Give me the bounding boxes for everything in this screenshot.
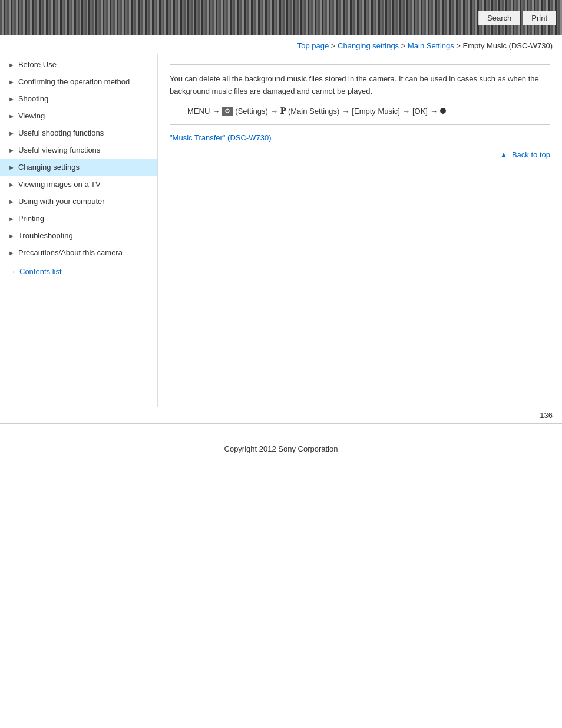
sidebar-item-viewing[interactable]: ► Viewing <box>0 107 157 124</box>
breadcrumb: Top page > Changing settings > Main Sett… <box>0 35 562 54</box>
main-layout: ► Before Use ► Confirming the operation … <box>0 54 562 407</box>
content-area: You can delete all the background music … <box>158 54 562 407</box>
back-to-top: ▲ Back to top <box>170 150 550 159</box>
sidebar-arrow-icon: ► <box>8 249 15 256</box>
sidebar-item-changing-settings[interactable]: ► Changing settings <box>0 159 157 176</box>
sidebar-item-printing[interactable]: ► Printing <box>0 210 157 227</box>
sidebar-item-using-computer[interactable]: ► Using with your computer <box>0 193 157 210</box>
sidebar-arrow-icon: ► <box>8 198 15 205</box>
sidebar-item-useful-shooting[interactable]: ► Useful shooting functions <box>0 124 157 141</box>
sidebar-item-precautions[interactable]: ► Precautions/About this camera <box>0 244 157 261</box>
arrow1: → <box>212 107 220 116</box>
menu-label: MENU <box>187 107 210 116</box>
contents-list-link[interactable]: → Contents list <box>0 261 157 282</box>
sidebar: ► Before Use ► Confirming the operation … <box>0 54 158 407</box>
breadcrumb-sep2: > <box>401 41 408 50</box>
sidebar-item-confirming[interactable]: ► Confirming the operation method <box>0 73 157 90</box>
settings-text: (Settings) <box>235 107 268 116</box>
back-to-top-icon: ▲ <box>500 150 507 159</box>
sidebar-arrow-icon: ► <box>8 181 15 188</box>
breadcrumb-changing-settings[interactable]: Changing settings <box>338 41 399 50</box>
sidebar-arrow-icon: ► <box>8 95 15 103</box>
header-buttons: Search Print <box>478 11 556 25</box>
empty-music-label: [Empty Music] <box>352 107 400 116</box>
main-settings-text: (Main Settings) <box>288 107 339 116</box>
sidebar-item-label: Before Use <box>18 60 151 69</box>
sidebar-item-label: Changing settings <box>18 163 151 172</box>
contents-list-label: Contents list <box>19 267 62 276</box>
sidebar-arrow-icon: ► <box>8 232 15 239</box>
page-number: 136 <box>540 411 553 420</box>
sidebar-item-before-use[interactable]: ► Before Use <box>0 56 157 73</box>
sidebar-item-label: Viewing <box>18 111 151 120</box>
menu-instruction: MENU → ⚙ (Settings) → 𝐏 (Main Settings) … <box>187 106 550 116</box>
sidebar-item-label: Useful shooting functions <box>18 129 151 137</box>
copyright-text: Copyright 2012 Sony Corporation <box>224 444 338 453</box>
sidebar-item-label: Viewing images on a TV <box>18 180 151 189</box>
sidebar-item-label: Troubleshooting <box>18 231 151 240</box>
sidebar-item-shooting[interactable]: ► Shooting <box>0 90 157 107</box>
sidebar-item-useful-viewing[interactable]: ► Useful viewing functions <box>0 141 157 159</box>
sidebar-arrow-icon: ► <box>8 113 15 120</box>
arrow3: → <box>342 107 349 116</box>
breadcrumb-current: Empty Music (DSC-W730) <box>463 41 553 50</box>
arrow2: → <box>270 107 278 116</box>
sidebar-arrow-icon: ► <box>8 78 15 85</box>
sidebar-arrow-icon: ► <box>8 130 15 137</box>
sidebar-item-viewing-tv[interactable]: ► Viewing images on a TV <box>0 176 157 193</box>
sidebar-item-label: Confirming the operation method <box>18 77 151 86</box>
back-to-top-link[interactable]: ▲ Back to top <box>500 150 550 159</box>
page-number-area: 136 <box>0 407 562 423</box>
ok-label: [OK] <box>412 107 428 116</box>
description-text: You can delete all the background music … <box>170 73 550 98</box>
sidebar-arrow-icon: ► <box>8 215 15 222</box>
contents-list-arrow-icon: → <box>8 267 16 276</box>
sidebar-arrow-icon: ► <box>8 147 15 154</box>
top-divider <box>170 64 550 65</box>
back-to-top-label: Back to top <box>512 150 550 159</box>
sidebar-item-label: Useful viewing functions <box>18 146 151 154</box>
footer: Copyright 2012 Sony Corporation <box>0 436 562 462</box>
breadcrumb-top-page[interactable]: Top page <box>297 41 329 50</box>
sidebar-arrow-icon: ► <box>8 164 15 171</box>
sidebar-item-label: Using with your computer <box>18 197 151 206</box>
breadcrumb-main-settings[interactable]: Main Settings <box>408 41 454 50</box>
sidebar-item-label: Printing <box>18 214 151 223</box>
breadcrumb-sep1: > <box>331 41 338 50</box>
music-transfer-link[interactable]: "Music Transfer" (DSC-W730) <box>170 133 271 142</box>
sidebar-arrow-icon: ► <box>8 61 15 68</box>
main-settings-icon: 𝐏 <box>280 106 286 116</box>
search-button[interactable]: Search <box>478 11 520 25</box>
arrow5: → <box>430 107 438 116</box>
breadcrumb-sep3: > <box>456 41 462 50</box>
sidebar-item-troubleshooting[interactable]: ► Troubleshooting <box>0 227 157 244</box>
arrow4: → <box>402 107 410 116</box>
bottom-divider <box>170 124 550 125</box>
header: Search Print <box>0 0 562 35</box>
sidebar-item-label: Precautions/About this camera <box>18 248 151 257</box>
bullet-icon <box>440 108 446 114</box>
settings-icon: ⚙ <box>222 107 233 116</box>
print-button[interactable]: Print <box>523 11 556 25</box>
sidebar-item-label: Shooting <box>18 94 151 103</box>
